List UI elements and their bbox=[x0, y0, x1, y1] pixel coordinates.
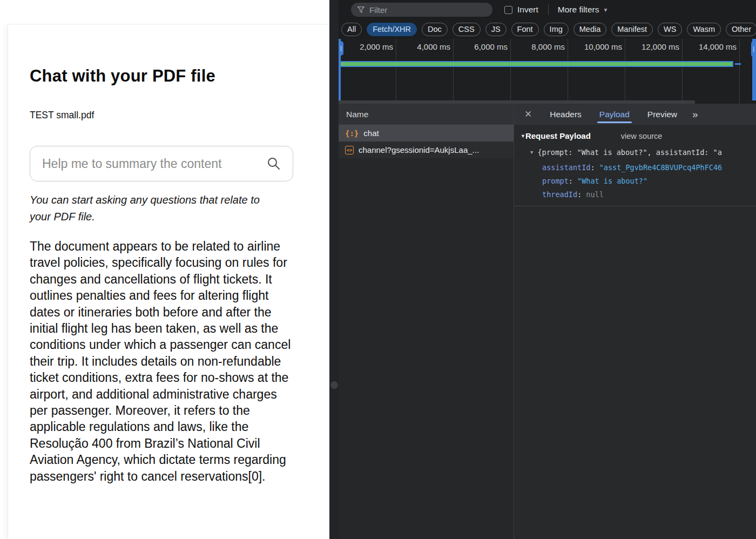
network-toolbar: Filter Invert More filters ▼ bbox=[339, 0, 756, 19]
tab-headers[interactable]: Headers bbox=[550, 104, 582, 125]
screen: Chat with your PDF file TEST small.pdf H… bbox=[0, 0, 756, 539]
question-input-placeholder: Help me to summary the content bbox=[42, 157, 221, 171]
request-details-panel: ✕ Headers Payload Preview » ▼Request Pay… bbox=[514, 104, 756, 539]
request-row-chat[interactable]: {:} chat bbox=[339, 125, 514, 142]
details-tabbar: ✕ Headers Payload Preview » bbox=[514, 104, 756, 125]
question-input[interactable]: Help me to summary the content bbox=[30, 146, 293, 181]
toolbar-separator bbox=[548, 4, 549, 15]
tick-label: 10,000 ms bbox=[568, 39, 625, 55]
payload-key: assistantId bbox=[542, 163, 590, 172]
request-list: Name {:} chat <> channel?gsessionid=Aukj… bbox=[339, 104, 514, 539]
tick-label: 8,000 ms bbox=[510, 39, 568, 55]
payload-key: prompt bbox=[542, 177, 569, 185]
tick-label: 6,000 ms bbox=[453, 39, 510, 55]
triangle-expanded-icon: ▼ bbox=[530, 150, 533, 155]
payload-value: "What is about?" bbox=[577, 177, 647, 185]
panel-divider[interactable] bbox=[329, 0, 339, 539]
section-title: Request Payload bbox=[525, 131, 591, 140]
name-column-header[interactable]: Name bbox=[339, 104, 514, 125]
json-braces-icon: {:} bbox=[345, 129, 359, 138]
type-filter-manifest[interactable]: Manifest bbox=[611, 23, 653, 36]
pdf-chat-page: Chat with your PDF file TEST small.pdf H… bbox=[0, 0, 329, 539]
type-filter-doc[interactable]: Doc bbox=[422, 23, 448, 36]
payload-pane: ▼Request Payloadview source ▼{prompt: "W… bbox=[514, 125, 756, 539]
request-name: chat bbox=[363, 129, 379, 138]
close-icon[interactable]: ✕ bbox=[524, 109, 532, 120]
payload-entry: assistantId: "asst_PgvbRe4C8BVUPcq4PhFC4… bbox=[514, 161, 756, 174]
payload-entry: prompt: "What is about?" bbox=[514, 174, 756, 188]
request-payload-section[interactable]: ▼Request Payloadview source bbox=[514, 131, 756, 141]
request-row-channel[interactable]: <> channel?gsessionid=AukjsLaa_... bbox=[339, 142, 514, 158]
type-filter-css[interactable]: CSS bbox=[453, 23, 481, 36]
type-filter-js[interactable]: JS bbox=[485, 23, 507, 36]
invert-label[interactable]: Invert bbox=[517, 5, 538, 15]
filter-input[interactable]: Filter bbox=[351, 3, 492, 17]
type-filter-wasm[interactable]: Wasm bbox=[687, 23, 721, 36]
request-duration-bar bbox=[339, 61, 733, 67]
type-filter-font[interactable]: Font bbox=[511, 23, 539, 36]
filter-input-placeholder: Filter bbox=[369, 5, 387, 15]
type-filter-all[interactable]: All bbox=[341, 23, 362, 36]
timeline-gridline bbox=[739, 39, 740, 104]
search-icon[interactable] bbox=[267, 157, 281, 171]
timeline-right-handle-grip-icon[interactable]: | bbox=[751, 41, 756, 57]
payload-key: threadId bbox=[542, 190, 577, 199]
tab-payload[interactable]: Payload bbox=[599, 104, 630, 125]
payload-section-divider bbox=[514, 206, 756, 206]
payload-summary-line[interactable]: ▼{prompt: "What is about?", assistantId:… bbox=[514, 148, 756, 157]
pdf-summary-text: The document appears to be related to ai… bbox=[30, 238, 296, 484]
type-filter-other[interactable]: Other bbox=[726, 23, 756, 36]
pdf-file-name: TEST small.pdf bbox=[30, 110, 329, 121]
timeline-tick-labels: 2,000 ms 4,000 ms 6,000 ms 8,000 ms 10,0… bbox=[339, 39, 739, 55]
tick-label: 4,000 ms bbox=[396, 39, 453, 55]
view-source-link[interactable]: view source bbox=[621, 132, 663, 140]
payload-summary-text: {prompt: "What is about?", assistantId: … bbox=[537, 148, 721, 157]
chevron-down-icon: ▼ bbox=[603, 7, 608, 13]
triangle-expanded-icon: ▼ bbox=[521, 133, 525, 139]
more-tabs-icon[interactable]: » bbox=[692, 109, 698, 120]
pdf-chat-card: Chat with your PDF file TEST small.pdf H… bbox=[8, 24, 329, 539]
timeline-left-handle-grip-icon[interactable]: | bbox=[339, 41, 343, 56]
hint-text: You can start asking any questions that … bbox=[30, 192, 284, 225]
payload-value: null bbox=[586, 190, 604, 199]
devtools-network-panel: Filter Invert More filters ▼ All Fetch/X… bbox=[339, 0, 756, 539]
request-type-filters: All Fetch/XHR Doc CSS JS Font Img Media … bbox=[339, 19, 756, 39]
page-title: Chat with your PDF file bbox=[30, 66, 329, 86]
payload-entry: threadId: null bbox=[514, 188, 756, 201]
request-duration-bar-tail bbox=[735, 63, 741, 65]
payload-value: "asst_PgvbRe4C8BVUPcq4PhFC46 bbox=[599, 163, 723, 172]
type-filter-ws[interactable]: WS bbox=[658, 23, 682, 36]
network-timeline-overview[interactable]: 2,000 ms 4,000 ms 6,000 ms 8,000 ms 10,0… bbox=[339, 39, 756, 104]
payload-entries: assistantId: "asst_PgvbRe4C8BVUPcq4PhFC4… bbox=[514, 161, 756, 201]
funnel-icon bbox=[357, 6, 364, 13]
tick-label: 14,000 ms bbox=[682, 39, 739, 55]
tick-label: 12,000 ms bbox=[625, 39, 682, 55]
type-filter-fetch-xhr[interactable]: Fetch/XHR bbox=[367, 23, 417, 36]
network-body: Name {:} chat <> channel?gsessionid=Aukj… bbox=[339, 104, 756, 539]
more-filters-button[interactable]: More filters bbox=[558, 5, 599, 15]
type-filter-img[interactable]: Img bbox=[544, 23, 569, 36]
tab-preview[interactable]: Preview bbox=[647, 104, 677, 125]
type-filter-media[interactable]: Media bbox=[573, 23, 607, 36]
divider-handle-icon[interactable] bbox=[330, 381, 338, 389]
xhr-angle-brackets-icon: <> bbox=[345, 146, 354, 154]
tick-label: 2,000 ms bbox=[339, 39, 396, 55]
invert-checkbox[interactable] bbox=[504, 6, 512, 14]
request-name: channel?gsessionid=AukjsLaa_... bbox=[359, 145, 479, 154]
